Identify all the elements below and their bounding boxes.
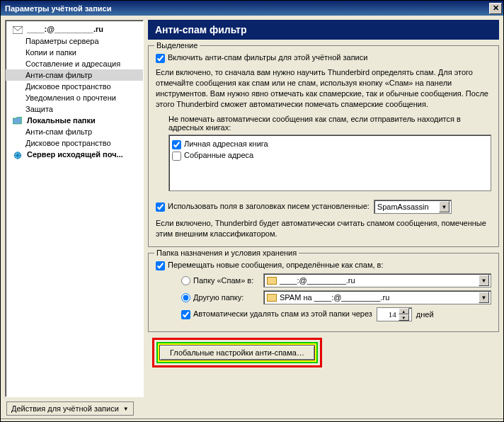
- spam-folder-radio[interactable]: Папку «Спам» в:: [181, 276, 259, 285]
- tree-local-folders[interactable]: Локальные папки: [6, 115, 143, 127]
- days-label: дней: [416, 310, 434, 319]
- bottom-bar: Действия для учётной записи ▼: [1, 401, 503, 418]
- use-headers-checkbox[interactable]: Использовать поля в заголовках писем уст…: [156, 202, 370, 212]
- skip-description: Не помечать автоматически сообщения как …: [168, 115, 491, 132]
- dialog-footer: OK Отмена: [1, 418, 503, 422]
- tree-return-receipts[interactable]: Уведомления о прочтени: [6, 92, 143, 103]
- headers-description: Если включено, Thunderbird будет автомат…: [156, 218, 491, 239]
- enable-junk-input[interactable]: [156, 54, 165, 63]
- dropdown-arrow-icon: ▼: [479, 275, 489, 286]
- tree-server-settings[interactable]: Параметры сервера: [6, 35, 143, 47]
- move-junk-checkbox[interactable]: Перемещать новые сообщения, определённые…: [156, 261, 491, 270]
- panel-title: Анти-спам фильтр: [148, 20, 499, 40]
- highlight-fieldset: Выделение Включить анти-спам фильтры для…: [148, 45, 499, 247]
- folder-icon: [267, 294, 277, 302]
- tree-smtp[interactable]: Сервер исходящей поч...: [6, 149, 143, 161]
- other-folder-radio[interactable]: Другую папку:: [181, 293, 259, 302]
- window-title: Параметры учётной записи: [2, 4, 489, 13]
- tree-local-disk[interactable]: Дисковое пространство: [6, 137, 143, 149]
- classifier-select[interactable]: SpamAssassin ▼: [374, 200, 452, 214]
- account-tree[interactable]: ____:@_________.ru Параметры сервера Коп…: [5, 20, 144, 397]
- tree-junk-settings[interactable]: Анти-спам фильтр: [6, 69, 143, 81]
- tree-copies-folders[interactable]: Копии и папки: [6, 47, 143, 58]
- tree-account[interactable]: ____:@_________.ru: [6, 23, 143, 35]
- close-button[interactable]: ✕: [489, 3, 502, 14]
- book-collected[interactable]: Собранные адреса: [172, 151, 488, 161]
- global-settings-highlight: Глобальные настройки анти-спама…: [152, 338, 322, 367]
- folder-icon: [267, 277, 277, 285]
- highlight-legend: Выделение: [154, 41, 200, 50]
- main-panel: Анти-спам фильтр Выделение Включить анти…: [148, 20, 499, 397]
- enable-junk-checkbox[interactable]: Включить анти-спам фильтры для этой учёт…: [156, 53, 491, 63]
- folder-icon: [13, 117, 23, 125]
- junk-description: Если включено, то сначала вам нужно науч…: [156, 67, 491, 109]
- destination-legend: Папка назначения и условия хранения: [154, 249, 299, 257]
- account-actions-menu[interactable]: Действия для учётной записи ▼: [6, 401, 134, 416]
- auto-delete-checkbox[interactable]: Автоматически удалять спам из этой папки…: [181, 309, 372, 319]
- dropdown-arrow-icon: ▼: [439, 201, 449, 212]
- destination-fieldset: Папка назначения и условия хранения Пере…: [148, 253, 499, 332]
- dropdown-arrow-icon: ▼: [479, 292, 489, 303]
- title-bar: Параметры учётной записи ✕: [1, 1, 503, 16]
- client-area: ____:@_________.ru Параметры сервера Коп…: [1, 16, 503, 401]
- tree-composition[interactable]: Составление и адресация: [6, 58, 143, 69]
- global-junk-settings-button[interactable]: Глобальные настройки анти-спама…: [159, 345, 315, 360]
- tree-local-junk[interactable]: Анти-спам фильтр: [6, 126, 143, 137]
- book-personal[interactable]: Личная адресная книга: [172, 139, 488, 149]
- globe-icon: [13, 152, 23, 159]
- spinner-buttons[interactable]: ▲▼: [399, 308, 409, 321]
- tree-security[interactable]: Защита: [6, 103, 143, 115]
- spam-folder-select[interactable]: ____:@_________.ru ▼: [263, 273, 491, 287]
- other-folder-select[interactable]: SPAM на ____:@_________.ru ▼: [263, 290, 491, 304]
- mail-icon: [13, 26, 23, 34]
- tree-disk-space[interactable]: Дисковое пространство: [6, 81, 143, 92]
- address-books-list[interactable]: Личная адресная книга Собранные адреса: [168, 135, 491, 191]
- dropdown-arrow-icon: ▼: [123, 406, 129, 412]
- days-input[interactable]: ▲▼: [377, 307, 412, 321]
